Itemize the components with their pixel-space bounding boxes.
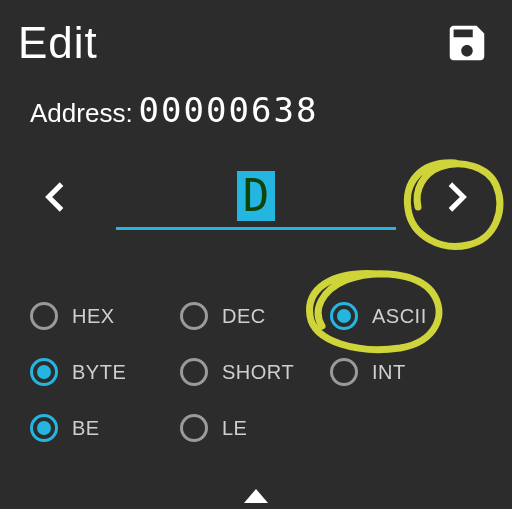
radio-label: INT (372, 361, 406, 384)
page-title: Edit (18, 18, 98, 68)
chevron-right-icon (438, 178, 476, 216)
radio-label: BE (72, 417, 100, 440)
save-button[interactable] (444, 20, 490, 66)
expand-up-button[interactable] (0, 469, 512, 509)
radio-byte[interactable]: BYTE (30, 358, 180, 386)
triangle-up-icon (244, 489, 268, 503)
radio-hex[interactable]: HEX (30, 302, 180, 330)
radio-dec[interactable]: DEC (180, 302, 330, 330)
radio-be[interactable]: BE (30, 414, 180, 442)
radio-label: ASCII (372, 305, 427, 328)
address-label: Address: (30, 98, 133, 129)
value-input[interactable]: D (116, 164, 396, 230)
radio-ascii[interactable]: ASCII (330, 302, 480, 330)
options-panel: HEX DEC ASCII BYTE SHORT INT BE (30, 288, 482, 456)
radio-label: BYTE (72, 361, 126, 384)
value-text: D (239, 170, 274, 221)
radio-label: DEC (222, 305, 266, 328)
next-button[interactable] (426, 166, 488, 228)
radio-short[interactable]: SHORT (180, 358, 330, 386)
radio-int[interactable]: INT (330, 358, 480, 386)
radio-label: LE (222, 417, 247, 440)
prev-button[interactable] (24, 166, 86, 228)
address-value: 00000638 (139, 90, 319, 130)
radio-label: SHORT (222, 361, 294, 384)
radio-label: HEX (72, 305, 115, 328)
radio-le[interactable]: LE (180, 414, 330, 442)
chevron-left-icon (36, 178, 74, 216)
